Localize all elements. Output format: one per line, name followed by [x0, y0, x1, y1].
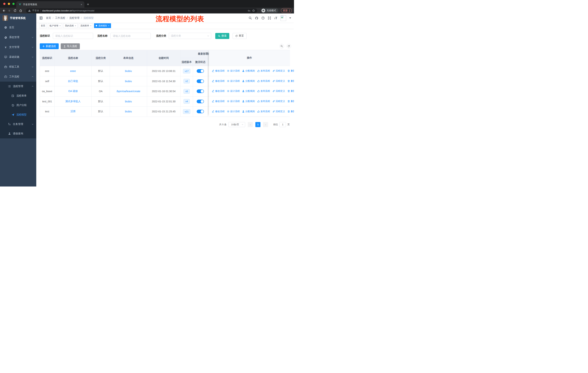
more-menu-icon[interactable] [289, 10, 290, 12]
create-process-button[interactable]: 新建流程 [40, 43, 59, 49]
version-badge[interactable]: v17 [183, 69, 190, 73]
close-icon[interactable]: × [90, 25, 91, 27]
sidebar-item-system[interactable]: 系统管理 [0, 32, 36, 42]
sidebar-item-leave-query[interactable]: 请假查询 [0, 129, 36, 138]
sidebar-item-devtools[interactable]: 研发工具 [0, 62, 36, 72]
help-icon[interactable]: ? [261, 16, 265, 20]
tag-tenant[interactable]: 租户管理× [48, 23, 62, 28]
address-bar[interactable]: 不安全 dashboard.yudao.iocoder.cn/bpm/manag… [26, 8, 257, 13]
version-badge[interactable]: v21 [183, 109, 190, 114]
current-page-button[interactable]: 1 [255, 122, 261, 127]
active-toggle[interactable] [197, 90, 204, 93]
version-badge[interactable]: v5 [184, 89, 190, 94]
sidebar-item-user-group[interactable]: 用户分组 [0, 101, 36, 110]
process-name-link[interactable]: 滔博 [71, 110, 76, 113]
publish-process-link[interactable]: 发布流程 [257, 100, 270, 103]
forward-icon[interactable] [8, 9, 11, 12]
tag-my-process[interactable]: 我的流程× [63, 23, 77, 28]
version-badge[interactable]: v2 [184, 79, 190, 83]
publish-process-link[interactable]: 发布流程 [257, 80, 270, 83]
page-size-select[interactable]: 10条/页 [228, 122, 245, 127]
form-info-link[interactable]: /bpm/oa/leave/create [116, 90, 140, 93]
publish-process-link[interactable]: 发布流程 [257, 69, 270, 72]
close-window-button[interactable] [3, 3, 5, 5]
tag-process-model[interactable]: 流程模型× [94, 23, 111, 28]
form-info-link[interactable]: biubiu [125, 110, 132, 113]
process-definition-link[interactable]: 流程定义 [272, 69, 285, 72]
sidebar-item-process-management[interactable]: 流程管理 [0, 81, 36, 91]
password-key-icon[interactable] [248, 9, 251, 12]
publish-process-link[interactable]: 发布流程 [257, 110, 270, 113]
close-icon[interactable]: × [75, 25, 76, 27]
sidebar-item-payment[interactable]: ¥ 支付管理 [0, 42, 36, 52]
sidebar-item-infrastructure[interactable]: 基础设施 [0, 52, 36, 62]
process-definition-link[interactable]: 流程定义 [272, 80, 285, 83]
delete-link[interactable]: 删除 [287, 110, 294, 113]
breadcrumb-workflow[interactable]: 工作流程 [55, 16, 65, 20]
process-definition-link[interactable]: 流程定义 [272, 110, 285, 113]
sidebar-item-task-management[interactable]: 任务管理 [0, 120, 36, 129]
edit-process-link[interactable]: 修改流程 [212, 100, 225, 103]
form-info-link[interactable]: biubiu [125, 100, 132, 103]
process-name-link[interactable]: 自己审批 [68, 80, 78, 83]
active-toggle[interactable] [197, 80, 204, 83]
next-page-button[interactable]: › [263, 122, 268, 127]
assign-rule-link[interactable]: 分配规则 [242, 100, 255, 103]
design-process-link[interactable]: 设计流程 [227, 80, 240, 83]
process-definition-link[interactable]: 流程定义 [272, 100, 285, 103]
process-name-link[interactable]: 测试多审批人 [65, 100, 81, 103]
version-badge[interactable]: v4 [184, 99, 190, 104]
design-process-link[interactable]: 设计流程 [227, 90, 240, 93]
prev-page-button[interactable]: ‹ [248, 122, 253, 127]
active-toggle[interactable] [197, 69, 204, 73]
assign-rule-link[interactable]: 分配规则 [242, 80, 255, 83]
reload-icon[interactable] [13, 9, 17, 12]
design-process-link[interactable]: 设计流程 [227, 110, 240, 113]
design-process-link[interactable]: 设计流程 [227, 100, 240, 103]
tag-home[interactable]: 首页 [39, 23, 47, 28]
close-icon[interactable]: × [59, 25, 61, 27]
edit-process-link[interactable]: 修改流程 [212, 69, 225, 72]
delete-link[interactable]: 删除 [287, 80, 294, 83]
delete-link[interactable]: 删除 [287, 100, 294, 103]
edit-process-link[interactable]: 修改流程 [212, 80, 225, 83]
github-icon[interactable] [255, 16, 258, 20]
search-icon[interactable] [249, 16, 252, 20]
delete-link[interactable]: 删除 [287, 69, 294, 72]
publish-process-link[interactable]: 发布流程 [257, 90, 270, 93]
sidebar-item-process-form[interactable]: 流程表单 [0, 91, 36, 101]
sidebar-item-home[interactable]: 首页 [0, 23, 36, 32]
collapse-sidebar-icon[interactable] [39, 16, 43, 20]
minimize-window-button[interactable] [8, 3, 10, 5]
search-button[interactable]: 搜索 [215, 33, 229, 39]
assign-rule-link[interactable]: 分配规则 [242, 110, 255, 113]
avatar[interactable] [281, 15, 286, 21]
filter-category-select[interactable]: 流程分类 [169, 33, 211, 39]
active-toggle[interactable] [197, 110, 204, 113]
process-name-link[interactable]: OA 请假 [68, 90, 78, 93]
fullscreen-icon[interactable] [268, 16, 271, 20]
show-search-icon[interactable] [279, 44, 284, 49]
refresh-table-icon[interactable] [286, 44, 291, 49]
filter-name-input[interactable] [110, 33, 151, 39]
edit-process-link[interactable]: 修改流程 [212, 110, 225, 113]
sidebar-item-process-model[interactable]: 流程模型 [0, 110, 36, 120]
sidebar-item-workflow[interactable]: 工作流程 [0, 72, 36, 81]
active-toggle[interactable] [197, 100, 204, 103]
goto-page-input[interactable] [279, 122, 286, 127]
assign-rule-link[interactable]: 分配规则 [242, 90, 255, 93]
breadcrumb-home[interactable]: 首页 [46, 16, 51, 20]
font-size-icon[interactable]: TT [274, 16, 277, 20]
update-menu-button[interactable]: 更新 [281, 8, 292, 13]
delete-link[interactable]: 删除 [287, 90, 294, 93]
form-info-link[interactable]: biubiu [125, 80, 132, 83]
edit-process-link[interactable]: 修改流程 [212, 90, 225, 93]
form-info-link[interactable]: biubiu [125, 70, 132, 72]
filter-key-input[interactable] [53, 33, 93, 39]
home-icon[interactable] [19, 9, 22, 12]
design-process-link[interactable]: 设计流程 [227, 69, 240, 72]
assign-rule-link[interactable]: 分配规则 [242, 69, 255, 72]
zoom-window-button[interactable] [12, 3, 15, 5]
tag-process-form[interactable]: 流程表单× [79, 23, 93, 28]
close-icon[interactable]: × [108, 25, 109, 27]
